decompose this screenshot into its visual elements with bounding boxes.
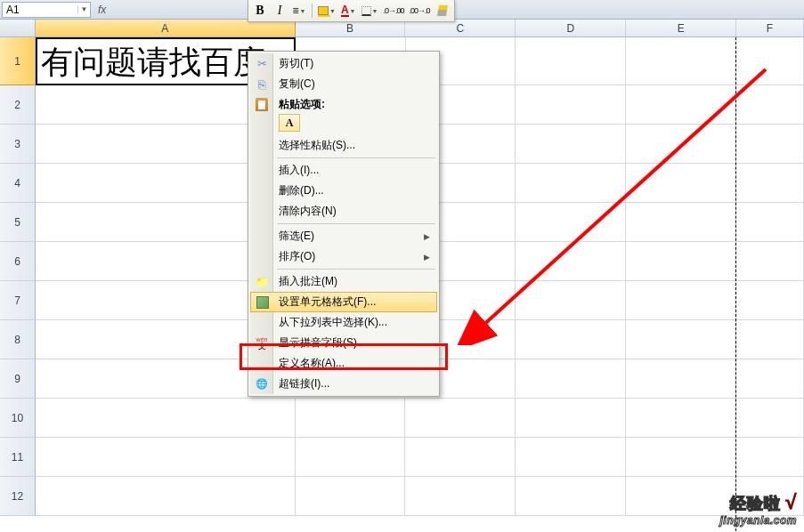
paste-option-a[interactable]: A [279, 114, 300, 132]
menu-filter[interactable]: 筛选(E) ▶ [250, 226, 437, 246]
cell-D1[interactable] [516, 37, 626, 85]
cell[interactable] [516, 477, 626, 516]
menu-pick-from-list[interactable]: 从下拉列表中选择(K)... [250, 312, 437, 333]
cell[interactable] [626, 281, 736, 320]
fx-label: fx [93, 4, 111, 16]
row-header-6[interactable]: 6 [0, 242, 36, 281]
cell[interactable] [736, 242, 804, 281]
watermark-url: jingyanla.com [719, 514, 797, 527]
menu-sort[interactable]: 排序(O) ▶ [250, 246, 437, 267]
menu-label: 超链接(I)... [279, 376, 437, 391]
cell[interactable] [626, 399, 736, 438]
cell[interactable] [736, 281, 804, 320]
cell[interactable] [736, 125, 804, 164]
menu-hyperlink[interactable]: 超链接(I)... [250, 374, 437, 394]
cell[interactable] [736, 203, 804, 242]
row-header-7[interactable]: 7 [0, 281, 36, 320]
name-box-dropdown[interactable]: ▼ [77, 5, 90, 13]
menu-paste-special[interactable]: 选择性粘贴(S)... [250, 135, 437, 156]
menu-show-pinyin[interactable]: 显示拼音字段(S) [250, 333, 437, 353]
cell[interactable] [736, 320, 804, 359]
cell-E1[interactable] [626, 37, 736, 85]
cell[interactable] [626, 125, 736, 164]
name-box[interactable]: A1 ▼ [2, 2, 91, 18]
menu-delete[interactable]: 删除(D)... [250, 181, 437, 201]
font-color-button[interactable]: A▼ [341, 3, 356, 19]
row-header-8[interactable]: 8 [0, 320, 36, 359]
cell[interactable] [736, 399, 804, 438]
menu-format-cells[interactable]: 设置单元格格式(F)... [250, 292, 437, 312]
row-header-2[interactable]: 2 [0, 85, 36, 125]
cell[interactable] [296, 477, 406, 516]
row-header-1[interactable]: 1 [0, 37, 36, 85]
col-header-F[interactable]: F [736, 20, 804, 36]
menu-label: 从下拉列表中选择(K)... [279, 315, 437, 330]
cell[interactable] [296, 399, 406, 438]
cell[interactable] [36, 438, 296, 477]
cell[interactable] [626, 359, 736, 399]
menu-paste-options[interactable]: 粘贴选项: A [250, 94, 437, 135]
cell[interactable] [516, 359, 626, 399]
cell[interactable] [626, 85, 736, 125]
cell-F1[interactable] [736, 37, 804, 85]
cell[interactable] [736, 438, 804, 477]
select-all-corner[interactable] [0, 20, 36, 36]
cell[interactable] [36, 399, 296, 438]
cell[interactable] [405, 399, 516, 438]
row-header-3[interactable]: 3 [0, 125, 36, 164]
watermark-text: 经验啦 [730, 493, 781, 514]
cell[interactable] [626, 164, 736, 203]
cell[interactable] [516, 438, 626, 477]
cell[interactable] [626, 203, 736, 242]
cell[interactable] [516, 125, 626, 164]
separator [312, 4, 313, 18]
cell[interactable] [736, 85, 804, 125]
row-header-4[interactable]: 4 [0, 164, 36, 203]
menu-insert-comment[interactable]: 插入批注(M) [250, 271, 437, 292]
menu-clear[interactable]: 清除内容(N) [250, 201, 437, 222]
decrease-decimal-button[interactable]: .00→.0 [410, 3, 430, 19]
cell[interactable] [516, 164, 626, 203]
menu-insert[interactable]: 插入(I)... [250, 160, 437, 181]
row-header-9[interactable]: 9 [0, 359, 36, 399]
align-button[interactable]: ≡▼ [292, 3, 306, 19]
menu-label: 设置单元格格式(F)... [279, 294, 436, 310]
cell[interactable] [626, 438, 736, 477]
row-header-12[interactable]: 12 [0, 477, 36, 516]
col-header-D[interactable]: D [516, 20, 626, 36]
col-header-E[interactable]: E [626, 20, 736, 36]
fill-color-button[interactable]: ▼ [318, 3, 336, 19]
cell[interactable] [36, 477, 296, 516]
copy-icon [255, 77, 269, 92]
menu-copy[interactable]: 复制(C) [250, 74, 437, 94]
row-header-10[interactable]: 10 [0, 399, 36, 438]
cell[interactable] [626, 242, 736, 281]
menu-cut[interactable]: 剪切(T) [250, 53, 437, 74]
row-header-11[interactable]: 11 [0, 438, 36, 477]
cell[interactable] [516, 242, 626, 281]
increase-decimal-button[interactable]: .0→.00 [383, 3, 403, 19]
format-painter-button[interactable] [435, 3, 450, 19]
cell[interactable] [516, 203, 626, 242]
cell[interactable] [736, 164, 804, 203]
cell[interactable] [405, 438, 516, 477]
menu-separator [277, 157, 435, 158]
brush-icon [436, 5, 447, 16]
italic-button[interactable]: I [272, 3, 287, 19]
cell[interactable] [516, 281, 626, 320]
cell[interactable] [736, 359, 804, 399]
cell[interactable] [296, 438, 406, 477]
menu-define-name[interactable]: 定义名称(A)... [250, 353, 437, 374]
border-button[interactable]: ▼ [361, 3, 378, 19]
bold-button[interactable]: B [253, 3, 267, 19]
menu-separator [277, 269, 435, 270]
cell[interactable] [626, 320, 736, 359]
menu-label: 选择性粘贴(S)... [279, 138, 437, 153]
cell[interactable] [516, 85, 626, 125]
cell[interactable] [516, 399, 626, 438]
cell[interactable] [516, 320, 626, 359]
hyperlink-icon [255, 377, 269, 391]
cell[interactable] [405, 477, 516, 516]
row-header-5[interactable]: 5 [0, 203, 36, 242]
format-cells-icon [256, 295, 270, 310]
